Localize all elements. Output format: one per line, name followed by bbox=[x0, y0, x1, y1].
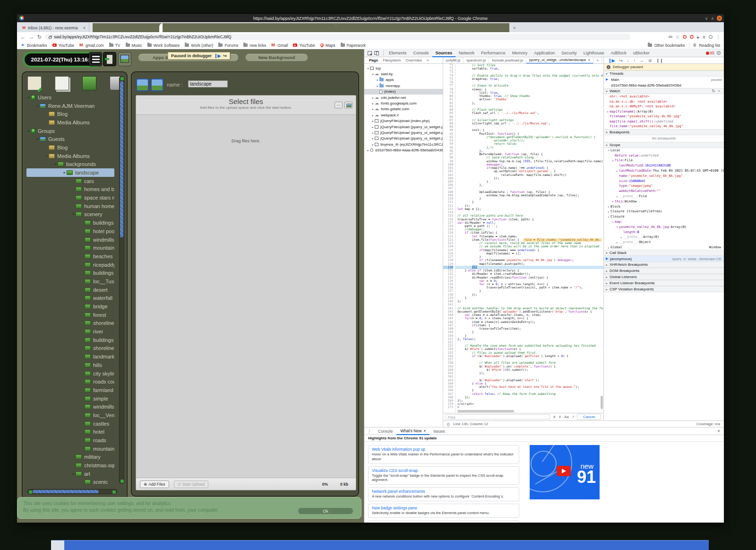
tree-vertical-scrollbar[interactable] bbox=[119, 76, 124, 484]
watch-expression[interactable]: na.an.s.c.db: <not available> bbox=[604, 99, 724, 105]
code-line[interactable]: traverseFileTree(item); bbox=[457, 327, 603, 331]
scope-item[interactable]: ▸Block bbox=[604, 204, 724, 209]
cookie-ok-button[interactable]: Ok bbox=[298, 507, 353, 515]
devtools-tab-lighthouse[interactable]: Lighthouse bbox=[580, 49, 608, 57]
adblock-icon[interactable]: O bbox=[683, 35, 687, 40]
profile-icon[interactable] bbox=[709, 35, 713, 39]
step-button[interactable]: → bbox=[640, 58, 644, 63]
logout-button[interactable] bbox=[103, 52, 116, 66]
start-upload-button[interactable]: ⊙Start Upload bbox=[174, 480, 208, 488]
bookmark-item[interactable]: YouTube bbox=[293, 43, 315, 48]
watch-expression[interactable]: ▸map[filename]: Array(0) bbox=[604, 109, 724, 114]
bookmark-item[interactable]: Forums bbox=[218, 43, 238, 48]
devtools-tab-security[interactable]: Security bbox=[558, 49, 580, 57]
section-expand-icon[interactable]: ▸ bbox=[604, 281, 610, 285]
nav-item--index-[interactable]: (index) bbox=[364, 89, 443, 95]
tree-item-buildings-old[interactable]: buildings old bbox=[26, 336, 114, 344]
tree-expand-icon[interactable]: ▸ bbox=[53, 162, 58, 166]
xhr-fetch-breakpoints-section[interactable]: ▸XHR/fetch Breakpoints bbox=[604, 262, 724, 268]
nav-expand-icon[interactable]: ▸ bbox=[371, 131, 375, 134]
tree-item-rene-ajm-veerman[interactable]: ▸Rene.AJM.Veerman bbox=[26, 102, 114, 110]
step-out-button[interactable]: ↑ bbox=[634, 58, 636, 63]
list-icon[interactable]: ≡ bbox=[703, 35, 705, 40]
thumbnail-view-button[interactable] bbox=[344, 102, 352, 108]
editor-tab[interactable]: » bbox=[593, 57, 601, 63]
editor-vscroll[interactable] bbox=[601, 65, 603, 409]
bookmark-item[interactable]: Music bbox=[126, 43, 142, 48]
scope-item[interactable]: ▾yosemite_valley_4k_8k.jpg: Array(0) bbox=[604, 224, 724, 229]
watch-expression[interactable]: xhr: <not available> bbox=[604, 94, 724, 99]
scope-expand-icon[interactable]: ▾ bbox=[611, 159, 615, 162]
drawer-tab-console[interactable]: Console bbox=[374, 428, 396, 435]
watch-expression[interactable]: filename: "yosemite_valley_4k_8k.jpg" bbox=[604, 114, 724, 119]
tree-item-cars[interactable]: cars bbox=[26, 177, 114, 185]
bookmark-item[interactable]: Mgmail.com bbox=[79, 43, 104, 48]
whats-new-card[interactable]: New badge settings paneSelectively enabl… bbox=[368, 504, 519, 518]
resume-button[interactable]: ❙▶ bbox=[608, 58, 615, 63]
bookmark-item[interactable]: ★Bookmarks bbox=[21, 43, 47, 48]
section-expand-icon[interactable]: ▾ bbox=[604, 72, 610, 75]
documents-icon[interactable] bbox=[55, 76, 69, 90]
section-expand-icon[interactable]: ▸ bbox=[604, 288, 610, 291]
nav-item-jqueryfileupload-jquery-ui-widget-php-[interactable]: ▸jQueryFileUpload (jquery_ui_widget.php) bbox=[364, 136, 443, 141]
scope-item[interactable]: ▾Local bbox=[604, 148, 724, 153]
tree-item-homes-and-buildin[interactable]: homes and buildin bbox=[26, 185, 114, 194]
devtools-tab-adblock[interactable]: AdBlock bbox=[608, 49, 630, 57]
nav-item-jqueryfileupload-jquery-ui-widget-php-[interactable]: ▸jQueryFileUpload (jquery_ui_widget.php) bbox=[364, 124, 443, 130]
scope-item[interactable]: ▸__proto__: File bbox=[604, 194, 724, 199]
card-title-link[interactable]: New badge settings pane bbox=[372, 506, 515, 510]
code-line[interactable]: } bbox=[457, 197, 603, 201]
nav-item-top[interactable]: ▾top bbox=[364, 65, 443, 71]
background-image-button[interactable] bbox=[118, 52, 131, 66]
tree-item-windmills-old[interactable]: windmills old bbox=[26, 402, 114, 411]
tree-item-beaches[interactable]: beaches bbox=[26, 252, 114, 261]
call-stack-section[interactable]: ▾Call Stack bbox=[604, 250, 724, 256]
section-expand-icon[interactable]: ▸ bbox=[604, 275, 610, 279]
step-over-button[interactable]: ↪ bbox=[619, 58, 623, 63]
nav-item-jqueryfileupload-jquery-ui-widget-php-[interactable]: ▸jQueryFileUpload (jquery_ui_widget.php) bbox=[364, 130, 443, 135]
pin-icon[interactable]: ▸ bbox=[697, 35, 699, 40]
nav-expand-icon[interactable]: ▸ bbox=[371, 113, 375, 117]
devtools-tab-memory[interactable]: Memory bbox=[509, 49, 531, 57]
tree-item-media-albums[interactable]: Media Albums bbox=[26, 118, 114, 127]
minimize-icon[interactable]: ∨ bbox=[705, 16, 708, 21]
scope-section[interactable]: ▾Scope bbox=[604, 142, 724, 148]
tree-item-guests[interactable]: ▸Guests bbox=[26, 135, 114, 143]
nav-item-fonts-googleapis-com[interactable]: ▸☁fonts.googleapis.com bbox=[364, 100, 443, 106]
tree-item-roads[interactable]: roads bbox=[26, 436, 114, 445]
code-line[interactable]: } bbox=[457, 297, 603, 300]
nav-item-d31d75b0-f86d-4aaa-82f6-55eba820436d[interactable]: ▸d31d75b0-f86d-4aaa-82f6-55eba820436d bbox=[364, 147, 443, 153]
code-line[interactable]: return false; // Keep the form from subm… bbox=[457, 393, 603, 396]
devtools-tab-elements[interactable]: Elements bbox=[386, 49, 410, 57]
tree-item-mountains[interactable]: mountains bbox=[26, 445, 114, 453]
devtools-tab-ublocker[interactable]: uBlocker bbox=[630, 49, 653, 57]
thread-item[interactable]: ▶Mainpaused bbox=[604, 77, 724, 82]
bookmark-item[interactable]: TV bbox=[109, 43, 120, 48]
scope-expand-icon[interactable]: ▸ bbox=[611, 200, 615, 203]
tree-expand-icon[interactable]: ▸ bbox=[26, 96, 31, 99]
tree-item-windmills-new[interactable]: windmills new bbox=[26, 236, 114, 244]
resume-script-icon[interactable]: ❙▶ bbox=[214, 53, 221, 58]
nav-expand-icon[interactable]: ▸ bbox=[371, 119, 375, 122]
tree-item-buildings[interactable]: buildings bbox=[26, 269, 114, 277]
tree-item-shoreline-lake[interactable]: shoreline lake bbox=[26, 319, 114, 328]
navigator-tab-overrides[interactable]: Overrides bbox=[404, 57, 424, 64]
code-line[interactable]: </script> bbox=[457, 402, 603, 406]
scope-item[interactable]: ▸__proto__: Object bbox=[604, 240, 724, 245]
tree-item-human-home-inte[interactable]: human home inte bbox=[26, 202, 114, 210]
section-expand-icon[interactable]: ▾ bbox=[604, 131, 610, 134]
scope-expand-icon[interactable]: ▾ bbox=[611, 220, 615, 224]
global-listeners-section[interactable]: ▸Global Listeners bbox=[604, 274, 724, 280]
scope-item[interactable]: length: 0 bbox=[604, 229, 724, 235]
bookmark-item[interactable]: Paperwork bbox=[341, 43, 366, 48]
reload-icon[interactable]: ↻ bbox=[37, 35, 42, 40]
code-line[interactable]: } bbox=[457, 289, 603, 293]
section-action-icon[interactable]: + bbox=[718, 89, 720, 93]
scope-item[interactable]: ▾file: File bbox=[604, 158, 724, 163]
nav-item-jqueryfileupload-index-php-[interactable]: ▸jQueryFileUpload (index.php) bbox=[364, 118, 443, 124]
code-line[interactable]: let map = {}; bbox=[457, 208, 603, 211]
bookmark-item[interactable]: Work (other) bbox=[185, 43, 213, 48]
event-listener-breakpoints-section[interactable]: ▸Event Listener Breakpoints bbox=[604, 280, 724, 286]
code-line[interactable]: map[filename].push(path); bbox=[457, 262, 603, 266]
frame-location[interactable]: jquery_ui_widge.../landscape:130 bbox=[672, 257, 724, 261]
